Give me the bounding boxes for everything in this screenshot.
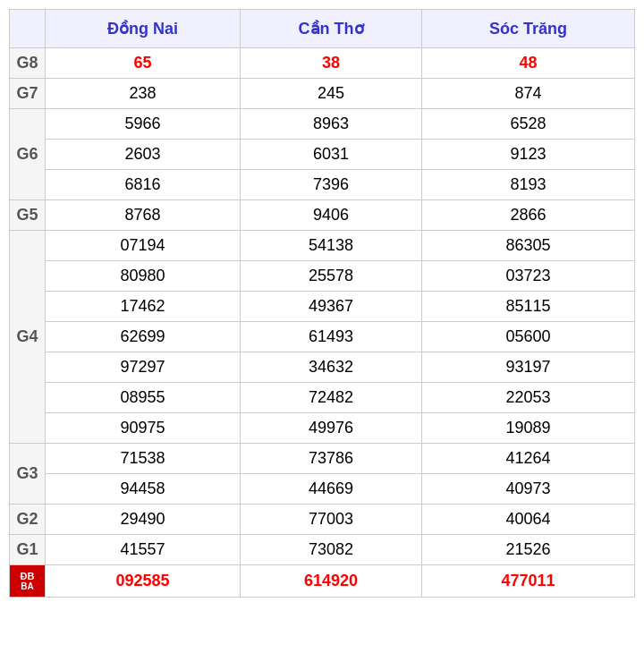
special-prize-value: 092585 <box>46 565 241 598</box>
cell-value: 08955 <box>46 383 241 413</box>
row-label: G3 <box>10 444 46 505</box>
cell-value: 62699 <box>46 322 241 352</box>
cell-value: 44669 <box>241 474 422 505</box>
header-soc-trang: Sóc Trăng <box>422 10 635 48</box>
row-label: G5 <box>10 200 46 231</box>
cell-value: 97297 <box>46 352 241 383</box>
cell-value: 72482 <box>241 383 422 413</box>
cell-value: 17462 <box>46 292 241 322</box>
cell-value: 5966 <box>46 109 241 140</box>
special-prize-value: 614920 <box>241 565 422 598</box>
row-label: G2 <box>10 505 46 535</box>
cell-value: 54138 <box>241 231 422 261</box>
cell-value: 73082 <box>241 535 422 565</box>
cell-value: 93197 <box>422 352 635 383</box>
cell-value: 8963 <box>241 109 422 140</box>
cell-value: 2866 <box>422 200 635 231</box>
cell-value: 9123 <box>422 140 635 170</box>
header-label <box>10 10 46 48</box>
cell-value: 05600 <box>422 322 635 352</box>
cell-value: 38 <box>241 48 422 79</box>
cell-value: 73786 <box>241 444 422 474</box>
row-label: G7 <box>10 79 46 109</box>
cell-value: 40064 <box>422 505 635 535</box>
cell-value: 71538 <box>46 444 241 474</box>
cell-value: 6528 <box>422 109 635 140</box>
row-label: G6 <box>10 109 46 200</box>
cell-value: 48 <box>422 48 635 79</box>
cell-value: 41264 <box>422 444 635 474</box>
cell-value: 86305 <box>422 231 635 261</box>
cell-value: 19089 <box>422 413 635 444</box>
cell-value: 6031 <box>241 140 422 170</box>
cell-value: 874 <box>422 79 635 109</box>
cell-value: 49367 <box>241 292 422 322</box>
cell-value: 41557 <box>46 535 241 565</box>
special-prize-value: 477011 <box>422 565 635 598</box>
row-label: G4 <box>10 231 46 444</box>
cell-value: 21526 <box>422 535 635 565</box>
cell-value: 80980 <box>46 261 241 292</box>
cell-value: 22053 <box>422 383 635 413</box>
cell-value: 85115 <box>422 292 635 322</box>
row-label-db: ĐBBA <box>10 565 46 598</box>
cell-value: 49976 <box>241 413 422 444</box>
cell-value: 8768 <box>46 200 241 231</box>
cell-value: 90975 <box>46 413 241 444</box>
cell-value: 40973 <box>422 474 635 505</box>
cell-value: 9406 <box>241 200 422 231</box>
cell-value: 245 <box>241 79 422 109</box>
cell-value: 65 <box>46 48 241 79</box>
cell-value: 61493 <box>241 322 422 352</box>
lottery-table: Đồng Nai Cần Thơ Sóc Trăng G8653848G7238… <box>9 9 635 598</box>
cell-value: 2603 <box>46 140 241 170</box>
cell-value: 29490 <box>46 505 241 535</box>
cell-value: 238 <box>46 79 241 109</box>
cell-value: 6816 <box>46 170 241 200</box>
cell-value: 03723 <box>422 261 635 292</box>
cell-value: 7396 <box>241 170 422 200</box>
header-can-tho: Cần Thơ <box>241 10 422 48</box>
cell-value: 07194 <box>46 231 241 261</box>
cell-value: 34632 <box>241 352 422 383</box>
row-label: G8 <box>10 48 46 79</box>
row-label: G1 <box>10 535 46 565</box>
header-dong-nai: Đồng Nai <box>46 10 241 48</box>
cell-value: 77003 <box>241 505 422 535</box>
cell-value: 8193 <box>422 170 635 200</box>
cell-value: 25578 <box>241 261 422 292</box>
cell-value: 94458 <box>46 474 241 505</box>
